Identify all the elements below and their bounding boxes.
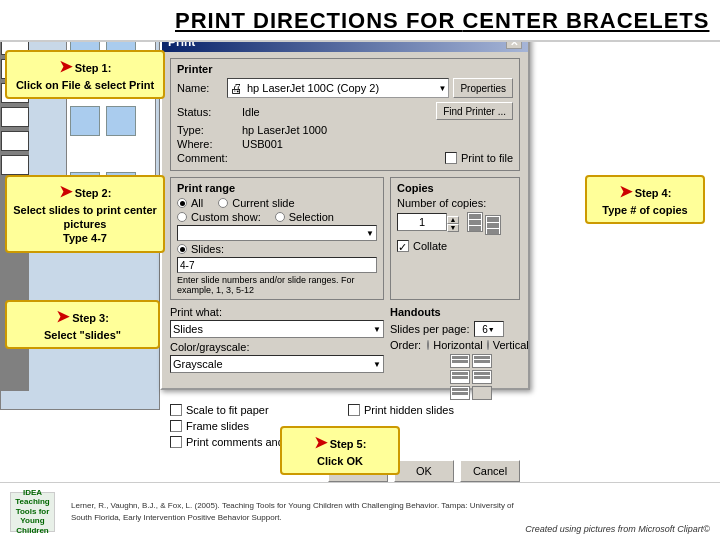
layout-preview-2	[472, 354, 492, 368]
slides-per-page-row: Slides per page: 6 ▼	[390, 321, 520, 337]
horizontal-radio[interactable]	[427, 340, 429, 350]
frame-slides-label: Frame slides	[186, 420, 249, 432]
status-row: Status: Idle Find Printer ...	[177, 102, 513, 122]
dialog-body: Printer Name: 🖨 hp LaserJet 100C (Copy 2…	[162, 52, 528, 456]
print-to-file-checkbox[interactable]	[445, 152, 457, 164]
scale-to-fit-item: Scale to fit paper	[170, 404, 342, 416]
print-to-file-row: Print to file	[445, 152, 513, 164]
selection-radio[interactable]	[275, 212, 285, 222]
frame-slides-checkbox[interactable]	[170, 420, 182, 432]
checkboxes-section: Scale to fit paper Print hidden slides	[170, 404, 520, 416]
order-row: Order: Horizontal Vertical	[390, 339, 520, 351]
print-what-arrow: ▼	[373, 325, 381, 334]
properties-button[interactable]: Properties	[453, 78, 513, 98]
color-grayscale-label: Color/grayscale:	[170, 341, 384, 353]
page-title-bar: PRINT DIRECTIONS FOR CENTER BRACELETS	[0, 0, 720, 42]
layout-preview-6	[472, 386, 492, 400]
logo-box: IDEA Teaching Tools for Young Children	[10, 492, 55, 532]
slides-hint-text: Enter slide numbers and/or slide ranges.…	[177, 275, 377, 295]
range-copies-row: Print range All Current slide Custom sho…	[170, 177, 520, 300]
status-value: Idle	[242, 106, 436, 118]
footer-citation: Lerner, R., Vaughn, B.J., & Fox, L. (200…	[71, 500, 525, 522]
copies-label: Copies	[397, 182, 513, 194]
step3-callout: ➤ Step 3: Select "slides"	[5, 300, 160, 349]
status-label: Status:	[177, 106, 242, 118]
where-label: Where:	[177, 138, 242, 150]
slide-thumb-5[interactable]	[1, 131, 29, 151]
print-what-left: Print what: Slides ▼ Color/grayscale: Gr…	[170, 306, 384, 400]
page-footer: IDEA Teaching Tools for Young Children L…	[0, 482, 720, 540]
custom-show-arrow: ▼	[366, 229, 376, 238]
printer-section: Printer Name: 🖨 hp LaserJet 100C (Copy 2…	[170, 58, 520, 171]
logo-area: IDEA Teaching Tools for Young Children	[10, 492, 61, 532]
step2-callout: ➤ Step 2: Select slides to print center …	[5, 175, 165, 253]
print-hidden-item: Print hidden slides	[348, 404, 520, 416]
step3-arrow: ➤	[56, 307, 69, 328]
comment-row: Comment: Print to file	[177, 152, 513, 164]
print-what-value: Slides	[173, 323, 203, 335]
comment-label: Comment:	[177, 152, 242, 164]
color-grayscale-arrow: ▼	[373, 360, 381, 369]
step1-arrow: ➤	[59, 57, 72, 78]
slide-img-3	[70, 106, 100, 136]
number-of-copies-label: Number of copies:	[397, 197, 513, 209]
color-grayscale-value: Grayscale	[173, 358, 223, 370]
cancel-button[interactable]: Cancel	[460, 460, 520, 482]
vertical-label: Vertical	[493, 339, 529, 351]
slides-per-page-label: Slides per page:	[390, 323, 470, 335]
selection-label: Selection	[289, 211, 334, 223]
print-what-dropdown[interactable]: Slides ▼	[170, 320, 384, 338]
name-label: Name:	[177, 82, 227, 94]
copies-down[interactable]: ▼	[447, 224, 459, 232]
step4-arrow: ➤	[619, 182, 632, 203]
step4-callout: ➤ Step 4: Type # of copies	[585, 175, 705, 224]
layout-preview-5	[450, 386, 470, 400]
copies-up[interactable]: ▲	[447, 216, 459, 224]
print-range-section: Print range All Current slide Custom sho…	[170, 177, 384, 300]
scale-to-fit-label: Scale to fit paper	[186, 404, 269, 416]
slides-radio-row: Slides:	[177, 243, 377, 255]
step1-callout: ➤ Step 1: Click on File & select Print	[5, 50, 165, 99]
layout-preview-3	[450, 370, 470, 384]
slides-per-page-dropdown[interactable]: 6 ▼	[474, 321, 504, 337]
collate-checkbox[interactable]: ✓	[397, 240, 409, 252]
page-title: PRINT DIRECTIONS FOR CENTER BRACELETS	[175, 8, 709, 34]
custom-show-radio[interactable]	[177, 212, 187, 222]
slide-thumb-6[interactable]	[1, 155, 29, 175]
created-text: Created using pictures from Microsoft Cl…	[525, 524, 710, 534]
printer-name-value: hp LaserJet 100C (Copy 2)	[247, 82, 379, 94]
ok-button[interactable]: OK	[394, 460, 454, 482]
copies-spinner[interactable]: ▲ ▼	[447, 216, 459, 232]
find-printer-button[interactable]: Find Printer ...	[436, 102, 513, 120]
print-to-file-label: Print to file	[461, 152, 513, 164]
custom-show-dropdown[interactable]: ▼	[177, 225, 377, 241]
horizontal-label: Horizontal	[433, 339, 483, 351]
layout-preview-4	[472, 370, 492, 384]
collate-row: ✓ Collate	[397, 240, 513, 252]
current-slide-radio[interactable]	[218, 198, 228, 208]
slides-label: Slides:	[191, 243, 224, 255]
spp-arrow: ▼	[488, 326, 495, 333]
printer-dropdown-arrow: ▼	[439, 84, 447, 93]
printer-dropdown[interactable]: 🖨 hp LaserJet 100C (Copy 2) ▼	[227, 78, 449, 98]
type-row: Type: hp LaserJet 1000	[177, 124, 513, 136]
handouts-label: Handouts	[390, 306, 520, 318]
order-label: Order:	[390, 339, 421, 351]
print-hidden-checkbox[interactable]	[348, 404, 360, 416]
print-hidden-label: Print hidden slides	[364, 404, 454, 416]
copies-value[interactable]: 1	[397, 213, 447, 231]
where-value: USB001	[242, 138, 513, 150]
color-grayscale-dropdown[interactable]: Grayscale ▼	[170, 355, 384, 373]
print-comments-checkbox[interactable]	[170, 436, 182, 448]
slides-radio[interactable]	[177, 244, 187, 254]
slides-input[interactable]: 4-7	[177, 257, 377, 273]
vertical-radio[interactable]	[487, 340, 489, 350]
slide-thumb-4[interactable]	[1, 107, 29, 127]
all-radio[interactable]	[177, 198, 187, 208]
all-label: All	[191, 197, 203, 209]
print-what-label: Print what:	[170, 306, 384, 318]
scale-to-fit-checkbox[interactable]	[170, 404, 182, 416]
print-what-section: Print what: Slides ▼ Color/grayscale: Gr…	[170, 306, 520, 400]
copies-section: Copies Number of copies: 1 ▲ ▼	[390, 177, 520, 300]
collate-label: Collate	[413, 240, 447, 252]
